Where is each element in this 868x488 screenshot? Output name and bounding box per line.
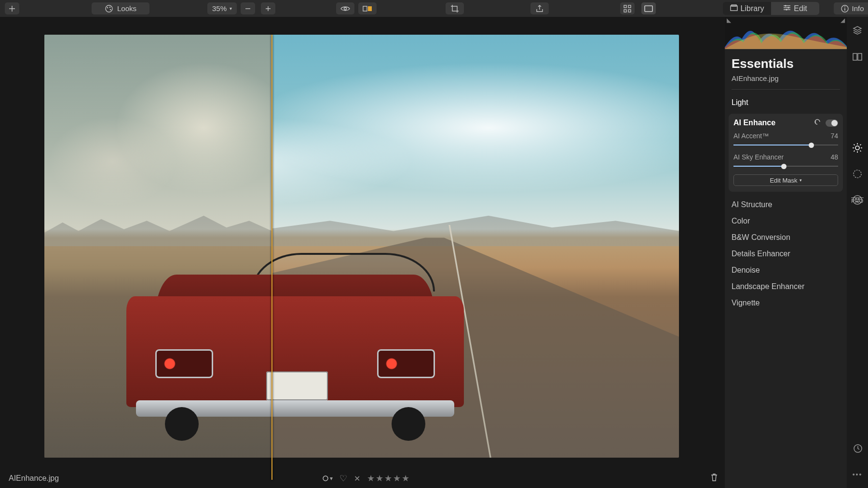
color-label-button[interactable]: ▾ xyxy=(322,475,333,482)
edit-mask-label: Edit Mask xyxy=(770,177,797,184)
star-icon: ★ xyxy=(376,473,383,484)
panel-title: Essentials xyxy=(725,49,847,74)
essentials-tool[interactable] xyxy=(851,141,864,155)
info-button[interactable]: Info xyxy=(834,2,868,14)
section-details[interactable]: Details Enhancer xyxy=(725,246,847,262)
ai-accent-value: 74 xyxy=(830,132,838,140)
canvas-tool[interactable] xyxy=(851,50,864,63)
right-sidebar: ◣ ◢ Essentials AIEnhance.jpg Light AI En… xyxy=(725,17,868,488)
svg-point-18 xyxy=(844,6,845,7)
palette-icon xyxy=(105,4,113,13)
svg-point-23 xyxy=(854,170,861,178)
tab-edit-label: Edit xyxy=(794,4,807,13)
tool-strip: PRO ••• xyxy=(847,17,868,488)
section-ai-enhance: AI Enhance AI Accent™ 74 AI Sky Enhancer… xyxy=(729,114,843,192)
canvas-area: Before After xyxy=(0,17,725,488)
svg-point-22 xyxy=(855,146,859,150)
tab-library-label: Library xyxy=(741,4,764,13)
creative-tool[interactable] xyxy=(851,167,864,181)
section-light[interactable]: Light xyxy=(725,94,847,111)
grid-icon xyxy=(624,5,631,13)
svg-point-0 xyxy=(106,5,112,12)
photo-preview[interactable] xyxy=(44,35,679,458)
star-icon: ★ xyxy=(384,473,392,484)
svg-rect-9 xyxy=(624,10,626,12)
svg-point-4 xyxy=(344,7,347,10)
edit-panel: ◣ ◢ Essentials AIEnhance.jpg Light AI En… xyxy=(725,17,847,488)
delete-button[interactable] xyxy=(710,473,718,484)
car-illustration xyxy=(126,234,464,441)
info-label: Info xyxy=(852,4,864,13)
tab-library[interactable]: Library xyxy=(723,2,771,15)
svg-rect-5 xyxy=(363,6,367,11)
mode-tabs: Library Edit xyxy=(723,2,819,15)
panel-filename: AIEnhance.jpg xyxy=(725,74,847,89)
svg-point-19 xyxy=(323,476,328,481)
ai-enhance-toggle[interactable] xyxy=(826,119,838,127)
library-icon xyxy=(730,4,738,13)
favorite-button[interactable]: ♡ xyxy=(339,473,347,484)
svg-rect-11 xyxy=(645,6,652,12)
footer-filename: AIEnhance.jpg xyxy=(9,474,59,483)
compare-divider[interactable] xyxy=(271,35,272,480)
tab-edit[interactable]: Edit xyxy=(771,2,819,15)
svg-point-2 xyxy=(109,6,111,8)
svg-point-15 xyxy=(788,7,789,8)
svg-point-3 xyxy=(110,9,111,10)
chevron-down-icon: ▾ xyxy=(800,178,802,183)
svg-point-14 xyxy=(785,5,787,6)
ai-accent-label: AI Accent™ xyxy=(733,132,769,140)
svg-point-16 xyxy=(786,9,787,10)
eye-icon xyxy=(340,5,350,12)
more-button[interactable]: ••• xyxy=(853,471,863,478)
svg-rect-6 xyxy=(368,6,372,11)
history-tool[interactable] xyxy=(851,442,864,455)
zoom-out-button[interactable] xyxy=(241,2,255,14)
svg-rect-21 xyxy=(858,53,862,60)
single-icon xyxy=(644,5,653,12)
zoom-dropdown[interactable]: 35% ▾ xyxy=(207,2,237,14)
preview-button[interactable] xyxy=(336,2,354,14)
gallery-view-button[interactable] xyxy=(620,2,635,14)
zoom-value: 35% xyxy=(212,4,227,13)
ai-sky-value: 48 xyxy=(830,153,838,161)
svg-rect-8 xyxy=(628,5,631,8)
looks-button[interactable]: Looks xyxy=(92,2,149,14)
star-icon: ★ xyxy=(367,473,375,484)
zoom-in-button[interactable] xyxy=(261,2,275,14)
compare-icon xyxy=(363,5,372,12)
section-ai-structure[interactable]: AI Structure xyxy=(725,197,847,213)
top-toolbar: Looks 35% ▾ xyxy=(0,0,868,17)
star-rating[interactable]: ★ ★ ★ ★ ★ xyxy=(367,473,409,484)
ai-sky-slider[interactable]: AI Sky Enhancer 48 xyxy=(733,153,838,170)
add-button[interactable] xyxy=(5,2,19,14)
edit-mask-button[interactable]: Edit Mask ▾ xyxy=(733,174,838,186)
ai-enhance-title[interactable]: AI Enhance xyxy=(733,119,775,127)
layers-tool[interactable] xyxy=(851,24,864,37)
section-vignette[interactable]: Vignette xyxy=(725,295,847,311)
histogram[interactable]: ◣ ◢ xyxy=(725,17,847,49)
ai-sky-label: AI Sky Enhancer xyxy=(733,153,784,161)
section-landscape[interactable]: Landscape Enhancer xyxy=(725,278,847,295)
star-icon: ★ xyxy=(402,473,409,484)
reject-button[interactable]: ✕ xyxy=(354,474,360,483)
chevron-down-icon: ▾ xyxy=(230,6,232,11)
section-denoise[interactable]: Denoise xyxy=(725,262,847,278)
sliders-icon xyxy=(783,4,791,13)
section-color[interactable]: Color xyxy=(725,213,847,229)
crop-icon xyxy=(450,4,459,13)
svg-rect-7 xyxy=(624,5,626,8)
svg-rect-10 xyxy=(628,10,631,12)
undo-icon[interactable] xyxy=(814,119,821,127)
compare-button[interactable] xyxy=(358,2,377,14)
section-bw[interactable]: B&W Conversion xyxy=(725,229,847,246)
crop-button[interactable] xyxy=(446,2,464,14)
ai-accent-slider[interactable]: AI Accent™ 74 xyxy=(733,132,838,148)
svg-rect-20 xyxy=(853,53,857,60)
share-icon xyxy=(536,4,543,13)
export-button[interactable] xyxy=(530,2,549,14)
svg-point-1 xyxy=(107,7,108,8)
single-view-button[interactable] xyxy=(641,2,656,14)
star-icon: ★ xyxy=(393,473,401,484)
pro-badge[interactable]: PRO xyxy=(851,198,863,204)
